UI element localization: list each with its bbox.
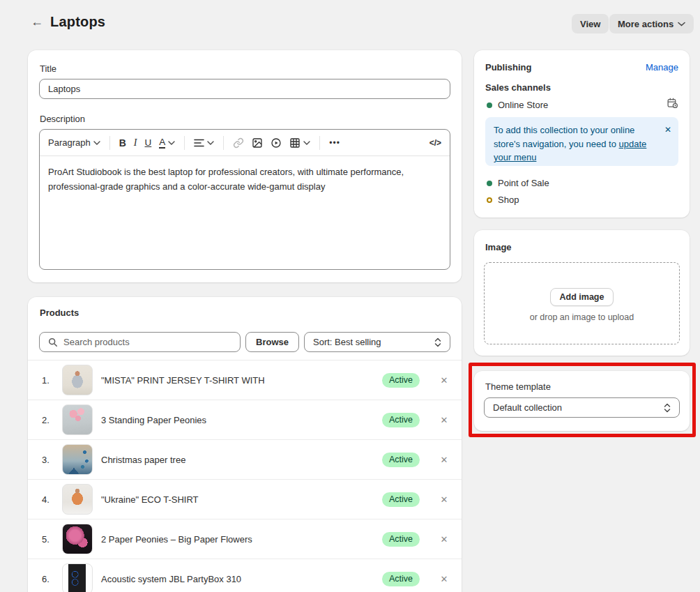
product-list: 1. "MISTA" PRINT JERSEY T-SHIRT WITH Act…: [28, 360, 462, 592]
title-field[interactable]: [39, 79, 450, 99]
toolbar-divider: [109, 136, 110, 150]
channel-name: Online Store: [498, 100, 548, 110]
manage-link[interactable]: Manage: [646, 62, 678, 73]
drop-hint-text: or drop an image to upload: [485, 312, 679, 322]
remove-product-icon[interactable]: ✕: [439, 375, 449, 386]
product-thumbnail: [62, 563, 93, 592]
sort-select[interactable]: Sort: Best selling: [304, 332, 450, 352]
active-status-dot-icon: [487, 103, 492, 108]
product-thumbnail: [62, 404, 93, 435]
product-index: 5.: [42, 534, 56, 545]
product-index: 6.: [42, 574, 56, 584]
image-dropzone[interactable]: Add image or drop an image to upload: [484, 262, 680, 344]
image-heading: Image: [485, 242, 512, 252]
channel-point-of-sale: Point of Sale: [487, 178, 549, 188]
alignment-button[interactable]: [194, 139, 214, 147]
banner-close-icon[interactable]: ✕: [664, 123, 671, 136]
select-caret-icon: [664, 403, 671, 413]
product-row: 3. Christmas paper tree Active ✕: [28, 439, 462, 479]
insert-video-icon[interactable]: [271, 137, 282, 149]
product-row: 4. "Ukraine" ECO T-SHIRT Active ✕: [28, 479, 462, 519]
remove-product-icon[interactable]: ✕: [439, 574, 449, 584]
insert-image-icon[interactable]: [252, 137, 263, 149]
description-text[interactable]: ProArt Studiobook is the best laptop for…: [40, 156, 450, 203]
search-icon: [48, 337, 58, 347]
chevron-down-icon: [93, 141, 100, 145]
table-icon: [289, 137, 300, 149]
status-badge: Active: [382, 532, 420, 547]
align-icon: [194, 139, 204, 147]
details-card: Title Description Paragraph B I U A: [28, 50, 462, 282]
product-name[interactable]: "MISTA" PRINT JERSEY T-SHIRT WITH: [101, 375, 382, 386]
product-name[interactable]: "Ukraine" ECO T-SHIRT: [101, 494, 382, 505]
product-name[interactable]: Christmas paper tree: [101, 455, 382, 465]
status-badge: Active: [382, 373, 420, 388]
product-name[interactable]: 3 Standing Paper Peonies: [101, 415, 382, 425]
image-card: Image Add image or drop an image to uplo…: [474, 230, 690, 356]
product-name[interactable]: Acoustic system JBL PartyBox 310: [101, 574, 382, 584]
product-index: 2.: [42, 415, 56, 425]
theme-template-card: Theme template Default collection: [474, 371, 690, 431]
product-thumbnail: [62, 484, 93, 515]
code-view-icon[interactable]: </>: [429, 138, 441, 148]
remove-product-icon[interactable]: ✕: [439, 534, 449, 545]
insert-table-button[interactable]: [289, 137, 310, 149]
product-index: 1.: [42, 375, 56, 386]
remove-product-icon[interactable]: ✕: [439, 415, 449, 425]
product-index: 3.: [42, 455, 56, 465]
description-editor: Paragraph B I U A: [39, 129, 450, 270]
product-thumbnail: [62, 524, 93, 554]
channel-shop: Shop: [487, 195, 519, 205]
remove-product-icon[interactable]: ✕: [439, 494, 449, 505]
paragraph-style-dropdown[interactable]: Paragraph: [48, 137, 100, 148]
product-row: 6. Acoustic system JBL PartyBox 310 Acti…: [28, 559, 462, 592]
product-row: 1. "MISTA" PRINT JERSEY T-SHIRT WITH Act…: [28, 360, 462, 400]
publishing-card: Publishing Manage Sales channels Online …: [474, 50, 690, 218]
bold-button[interactable]: B: [119, 137, 126, 149]
collection-page: ← Laptops View More actions Title Descri…: [0, 0, 700, 592]
back-arrow-icon[interactable]: ←: [31, 15, 43, 29]
italic-button[interactable]: I: [134, 137, 137, 149]
sales-channels-label: Sales channels: [485, 82, 551, 93]
title-input[interactable]: [48, 84, 441, 94]
product-index: 4.: [42, 494, 56, 505]
browse-button[interactable]: Browse: [245, 332, 299, 352]
add-image-button[interactable]: Add image: [550, 288, 614, 306]
description-label: Description: [40, 114, 85, 124]
editor-toolbar: Paragraph B I U A: [40, 130, 450, 156]
theme-template-label: Theme template: [485, 381, 551, 392]
text-color-button[interactable]: A: [159, 137, 175, 149]
product-row: 2. 3 Standing Paper Peonies Active ✕: [28, 400, 462, 439]
theme-template-select[interactable]: Default collection: [484, 397, 680, 418]
theme-template-value: Default collection: [493, 402, 562, 413]
search-products-field[interactable]: [39, 332, 241, 352]
banner-text: To add this collection to your online st…: [494, 125, 634, 149]
link-icon: [233, 137, 244, 149]
remove-product-icon[interactable]: ✕: [439, 455, 449, 465]
more-options-icon[interactable]: •••: [329, 138, 340, 148]
product-name[interactable]: 2 Paper Peonies – Big Paper Flowers: [101, 534, 382, 545]
publishing-heading: Publishing: [485, 62, 531, 73]
chevron-down-icon: [678, 22, 685, 26]
search-products-input[interactable]: [63, 337, 231, 347]
schedule-icon[interactable]: [667, 97, 678, 111]
status-badge: Active: [382, 413, 420, 427]
underline-button[interactable]: U: [145, 137, 152, 148]
product-row: 5. 2 Paper Peonies – Big Paper Flowers A…: [28, 519, 462, 559]
products-card: Products Browse Sort: Best selling 1. "M…: [28, 297, 462, 592]
info-banner: To add this collection to your online st…: [485, 117, 678, 166]
channel-online-store: Online Store: [487, 100, 548, 110]
title-label: Title: [40, 63, 56, 74]
channel-name: Point of Sale: [498, 178, 549, 188]
sort-select-value: Sort: Best selling: [313, 337, 381, 347]
toolbar-divider: [319, 136, 320, 150]
more-actions-button[interactable]: More actions: [609, 14, 694, 33]
products-heading: Products: [40, 308, 79, 318]
view-button[interactable]: View: [572, 14, 609, 33]
chevron-down-icon: [303, 141, 310, 145]
page-title: Laptops: [50, 14, 105, 30]
product-thumbnail: [62, 365, 93, 395]
product-thumbnail: [62, 444, 93, 475]
chevron-down-icon: [207, 141, 214, 145]
active-status-dot-icon: [487, 181, 492, 186]
